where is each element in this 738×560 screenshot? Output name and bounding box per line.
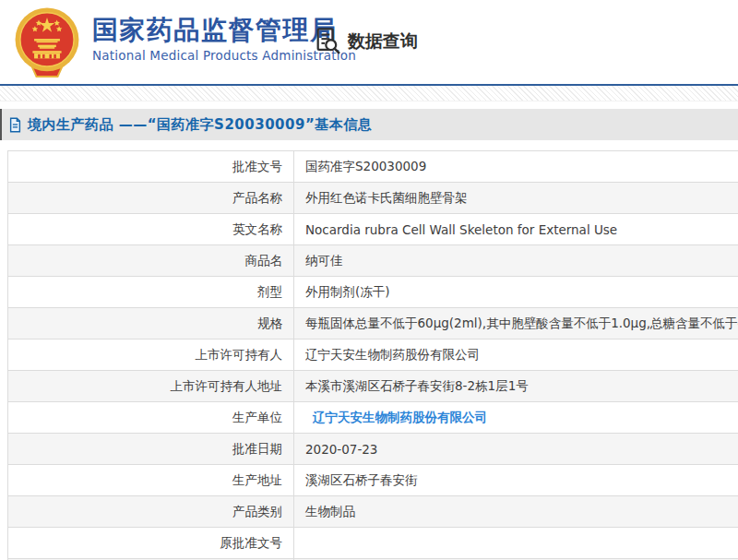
row-value: 纳可佳 xyxy=(294,245,738,277)
row-value xyxy=(294,528,738,559)
row-label: 产品名称 xyxy=(8,183,294,214)
row-label: 批准文号 xyxy=(8,151,294,183)
row-label: 商品名 xyxy=(8,245,294,277)
document-icon xyxy=(8,117,22,133)
row-value: 外用制剂(冻干) xyxy=(294,277,738,308)
row-label: 批准日期 xyxy=(8,434,294,465)
site-header: 国家药品监督管理局 National Medical Products Admi… xyxy=(0,0,738,84)
row-value: 本溪市溪湖区石桥子春安街8-2栋1层1号 xyxy=(294,371,738,402)
table-row: 生产地址溪湖区石桥子春安街 xyxy=(8,465,738,496)
row-value: 生物制品 xyxy=(294,496,738,528)
table-row: 产品名称外用红色诺卡氏菌细胞壁骨架 xyxy=(8,183,738,214)
row-label: 产品类别 xyxy=(8,496,294,528)
table-row: 商品名纳可佳 xyxy=(8,245,738,277)
section-title-bar: 境内生产药品 ——“国药准字S20030009”基本信息 xyxy=(0,109,738,140)
table-row: 批准文号国药准字S20030009 xyxy=(8,151,738,183)
row-value: 国药准字S20030009 xyxy=(294,151,738,183)
table-row: 原批准文号 xyxy=(8,528,738,559)
row-label: 规格 xyxy=(8,308,294,340)
document-search-icon xyxy=(314,26,341,56)
row-value: Nocardia rubra Cell Wall Skeleton for Ex… xyxy=(294,214,738,245)
row-value: 2020-07-23 xyxy=(294,434,738,465)
row-label: 上市许可持有人 xyxy=(8,340,294,371)
row-label: 原批准文号 xyxy=(8,528,294,559)
drug-info-table: 批准文号国药准字S20030009产品名称外用红色诺卡氏菌细胞壁骨架英文名称No… xyxy=(7,150,738,560)
page-title: 境内生产药品 ——“国药准字S20030009”基本信息 xyxy=(28,116,372,134)
row-value: 外用红色诺卡氏菌细胞壁骨架 xyxy=(294,183,738,214)
table-row: 规格每瓶固体总量不低于60μg(2ml),其中胞壁酸含量不低于1.0μg,总糖含… xyxy=(8,308,738,340)
table-row: 英文名称Nocardia rubra Cell Wall Skeleton fo… xyxy=(8,214,738,245)
national-emblem-logo xyxy=(9,6,85,81)
table-row: 上市许可持有人辽宁天安生物制药股份有限公司 xyxy=(8,340,738,371)
table-row: 上市许可持有人地址本溪市溪湖区石桥子春安街8-2栋1层1号 xyxy=(8,371,738,402)
row-value: 辽宁天安生物制药股份有限公司 xyxy=(294,402,738,434)
row-label: 上市许可持有人地址 xyxy=(8,371,294,402)
table-row: 生产单位辽宁天安生物制药股份有限公司 xyxy=(8,402,738,434)
row-label: 生产单位 xyxy=(8,402,294,434)
manufacturer-link[interactable]: 辽宁天安生物制药股份有限公司 xyxy=(313,410,487,424)
data-query-nav[interactable]: 数据查询 xyxy=(314,26,418,56)
hatch-band xyxy=(0,86,738,101)
table-row: 批准日期2020-07-23 xyxy=(8,434,738,465)
row-value: 溪湖区石桥子春安街 xyxy=(294,465,738,496)
row-label: 剂型 xyxy=(8,277,294,308)
drug-info-table-wrap: 批准文号国药准字S20030009产品名称外用红色诺卡氏菌细胞壁骨架英文名称No… xyxy=(0,150,738,560)
data-query-label: 数据查询 xyxy=(348,30,418,54)
info-table-body: 批准文号国药准字S20030009产品名称外用红色诺卡氏菌细胞壁骨架英文名称No… xyxy=(8,151,738,560)
row-label: 英文名称 xyxy=(8,214,294,245)
row-value: 每瓶固体总量不低于60μg(2ml),其中胞壁酸含量不低于1.0μg,总糖含量不… xyxy=(294,308,738,340)
table-row: 剂型外用制剂(冻干) xyxy=(8,277,738,308)
table-row: 产品类别生物制品 xyxy=(8,496,738,528)
row-value: 辽宁天安生物制药股份有限公司 xyxy=(294,340,738,371)
row-label: 生产地址 xyxy=(8,465,294,496)
